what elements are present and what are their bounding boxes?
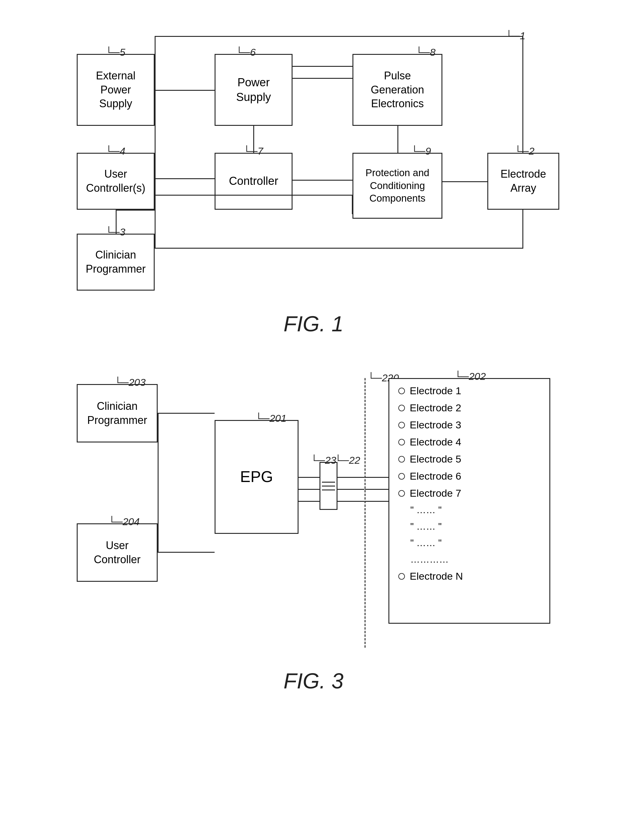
electrode-1-label: Electrode 1	[410, 385, 461, 396]
dot-4	[398, 439, 405, 445]
line-clin-v	[116, 210, 117, 234]
ellipsis-2-label: " …… "	[410, 521, 442, 532]
fig3-line-clin-epg	[158, 413, 214, 414]
fig3-line-epg-conn2	[299, 489, 320, 490]
line-clin-h	[116, 210, 154, 211]
ellipsis-3-label: " …… "	[410, 538, 442, 549]
fig3-tag-203: └─203	[114, 377, 146, 388]
dot-5	[398, 456, 405, 462]
tag-6: └─6	[236, 46, 256, 58]
fig1-label: FIG. 1	[284, 311, 343, 336]
dot-3	[398, 422, 405, 428]
fig3-line-to-elec1	[365, 477, 389, 478]
external-power-label: External Power Supply	[96, 69, 135, 111]
box-pulse-gen: Pulse Generation Electronics	[353, 54, 443, 126]
controller-label: Controller	[229, 174, 279, 189]
fig3-electrode-box: Electrode 1 Electrode 2 Electrode 3 Elec…	[388, 378, 550, 624]
fig3-line-conn-dash3	[337, 501, 364, 502]
electrode-7-label: Electrode 7	[410, 488, 461, 499]
dot-6	[398, 473, 405, 480]
line-prot-ea	[443, 181, 487, 182]
ellipsis-1-label: " …… "	[410, 505, 442, 516]
line-uc-ctrl	[154, 178, 214, 179]
electrode-6: Electrode 6	[398, 470, 540, 482]
fig3-line-user-epg	[158, 552, 214, 553]
tag-9: └─9	[411, 145, 431, 157]
electrode-5-label: Electrode 5	[410, 453, 461, 465]
fig3-line-clin-v	[158, 413, 159, 477]
fig3-line-conn-dash	[337, 477, 364, 478]
fig3-tag-204: └─204	[108, 516, 140, 527]
fig3-clinician-label: Clinician Programmer	[87, 400, 147, 428]
electrode-5: Electrode 5	[398, 453, 540, 465]
electrode-2-label: Electrode 2	[410, 402, 461, 414]
electrode-3-label: Electrode 3	[410, 419, 461, 431]
box-controller: Controller	[214, 153, 293, 210]
box-user-controller: User Controller(s)	[77, 153, 154, 210]
fig3-line-to-elec2	[365, 489, 389, 490]
dot-1	[398, 388, 405, 394]
electrode-2: Electrode 2	[398, 402, 540, 414]
fig3-tag-23: └─23	[310, 455, 336, 466]
line-ctrl-prot	[293, 180, 353, 181]
electrode-3: Electrode 3	[398, 419, 540, 431]
fig3-line-epg-conn	[299, 477, 320, 478]
fig3-epg-label: EPG	[240, 467, 273, 487]
line-pg-down-h	[293, 66, 353, 67]
box-external-power: External Power Supply	[77, 54, 154, 126]
electrode-n-label: Electrode N	[410, 570, 463, 582]
protection-label: Protection and Conditioning Components	[365, 167, 430, 205]
line-ps-pg	[293, 78, 353, 79]
electrode-6-label: Electrode 6	[410, 470, 461, 482]
electrode-array-label: Electrode Array	[501, 167, 546, 195]
power-supply-label: Power Supply	[236, 75, 271, 105]
line-pg-prot	[397, 126, 398, 153]
fig3-container: Clinician Programmer └─203 EPG └─201 Use…	[24, 360, 603, 693]
fig3-connector-block	[320, 462, 337, 510]
fig3-user-label: User Controller	[94, 539, 140, 567]
ellipsis-2: " …… "	[398, 521, 540, 532]
fig3-tag-202: └─202	[454, 371, 486, 382]
box-clinician: Clinician Programmer	[77, 234, 154, 291]
electrode-n: Electrode N	[398, 570, 540, 582]
ellipsis-1: " …… "	[398, 505, 540, 516]
line-uc-v	[352, 195, 353, 214]
fig1-diagram: └─1 External Power Supply └─5 Power Supp…	[59, 18, 568, 302]
tag-2: └─2	[514, 145, 534, 157]
dot-n	[398, 573, 405, 580]
tag-3: └─3	[105, 226, 125, 238]
fig3-dashed-line	[364, 378, 365, 648]
tag-1: └─1	[505, 30, 525, 42]
fig3-line-epg-conn3	[299, 501, 320, 502]
electrode-4: Electrode 4	[398, 436, 540, 448]
pulse-gen-label: Pulse Generation Electronics	[371, 69, 424, 111]
dot-2	[398, 405, 405, 411]
fig3-line-user-v	[158, 477, 159, 552]
fig3-clinician-box: Clinician Programmer	[77, 384, 158, 442]
user-controller-label: User Controller(s)	[86, 167, 145, 195]
tag-5: └─5	[105, 46, 125, 58]
fig3-tag-22: └─22	[334, 455, 360, 466]
ellipsis-4: …………	[398, 554, 540, 565]
conn-line1	[322, 482, 335, 483]
device-outer-box	[154, 36, 523, 249]
conn-line3	[322, 489, 335, 491]
clinician-label: Clinician Programmer	[86, 248, 146, 276]
fig1-container: └─1 External Power Supply └─5 Power Supp…	[24, 18, 603, 336]
fig3-line-conn-dash2	[337, 489, 364, 490]
fig3-label: FIG. 3	[284, 669, 343, 693]
line-ext-ps	[154, 90, 214, 91]
dot-7	[398, 490, 405, 497]
box-electrode-array: Electrode Array	[487, 153, 559, 210]
box-protection: Protection and Conditioning Components	[353, 153, 443, 219]
electrode-7: Electrode 7	[398, 488, 540, 499]
ellipsis-4-label: …………	[410, 554, 449, 565]
fig3-epg-box: EPG	[214, 420, 299, 534]
fig3-line-to-elec3	[365, 501, 389, 502]
electrode-1: Electrode 1	[398, 385, 540, 396]
line-uc-long	[154, 195, 353, 196]
electrode-4-label: Electrode 4	[410, 436, 461, 448]
box-power-supply: Power Supply	[214, 54, 293, 126]
tag-4: └─4	[105, 145, 125, 157]
fig3-diagram: Clinician Programmer └─203 EPG └─201 Use…	[59, 360, 568, 660]
